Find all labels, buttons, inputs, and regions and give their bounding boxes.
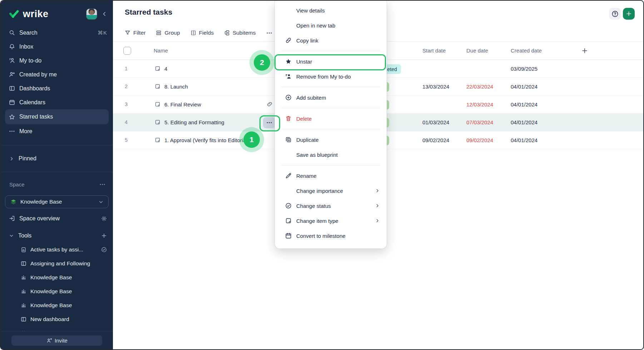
menu-item-view-details[interactable]: View details [275, 3, 387, 18]
task-name[interactable]: 6. Final Review [164, 101, 201, 108]
task-doc-icon [285, 217, 292, 224]
sidebar-pinned-section[interactable]: Pinned [1, 145, 113, 172]
group-button[interactable]: Group [155, 30, 180, 36]
question-icon [611, 10, 619, 18]
menu-item-add-subitem[interactable]: Add subitem [275, 90, 387, 105]
chevron-right-icon [9, 156, 15, 162]
sidebar-item-starred-tasks[interactable]: Starred tasks [5, 109, 109, 124]
menu-item-label: Duplicate [296, 137, 319, 143]
tool-item-knowledge-base-3[interactable]: Knowledge Base [1, 298, 113, 312]
toolbar-more-button[interactable] [266, 30, 273, 36]
created-date: 04/01/2024 [511, 101, 538, 108]
dashboard-icon [20, 316, 27, 322]
dots-icon [9, 128, 15, 135]
view-toolbar: Filter Group Fields Subitems [124, 28, 273, 38]
plus-icon [625, 10, 632, 17]
created-date: 03/09/2025 [511, 66, 538, 72]
task-name[interactable]: 8. Launch [164, 84, 188, 90]
menu-item-label: Remove from My to-do [296, 74, 351, 80]
sidebar-item-inbox[interactable]: Inbox [1, 40, 113, 54]
menu-item-label: Rename [296, 173, 317, 179]
space-selector[interactable]: Knowledge Base [5, 195, 109, 208]
tool-item-new-dashboard[interactable]: New dashboard [1, 312, 113, 326]
filter-button[interactable]: Filter [124, 30, 145, 36]
menu-item-convert-to-milestone[interactable]: Convert to milestone [275, 228, 387, 243]
menu-item-change-importance[interactable]: Change importance [275, 183, 387, 198]
sidebar-item-label: Inbox [19, 44, 33, 50]
menu-item-duplicate[interactable]: Duplicate [275, 132, 387, 147]
sidebar-item-created-by-me[interactable]: Created by me [1, 68, 113, 81]
menu-item-change-status[interactable]: Change status [275, 198, 387, 213]
sidebar-header: wrike [1, 6, 113, 21]
invite-person-plus-icon [46, 338, 52, 344]
fields-icon [190, 30, 197, 36]
add-column-plus-icon[interactable] [581, 47, 588, 54]
dashboard-icon [9, 85, 15, 92]
gear-icon[interactable] [101, 215, 107, 222]
menu-item-delete[interactable]: Delete [275, 111, 387, 126]
check-circle-icon[interactable] [101, 246, 107, 253]
filter-label: Filter [133, 30, 145, 36]
dots-icon [266, 119, 273, 126]
select-all-checkbox[interactable] [123, 47, 131, 55]
add-tool-plus-icon[interactable] [101, 232, 107, 239]
menu-item-change-item-type[interactable]: Change item type [275, 213, 387, 228]
menu-item-unstar[interactable]: Unstar [275, 54, 387, 69]
menu-item-remove-from-my-todo[interactable]: Remove from My to-do [275, 69, 387, 84]
chart-people-icon [20, 302, 27, 309]
menu-divider [281, 51, 380, 51]
column-header-start-date[interactable]: Start date [422, 48, 446, 54]
created-date: 04/01/2024 [511, 119, 538, 125]
menu-item-copy-link[interactable]: Copy link [275, 33, 387, 48]
menu-item-save-as-blueprint[interactable]: Save as blueprint [275, 147, 387, 162]
column-header-name[interactable]: Name [154, 48, 168, 54]
task-name[interactable]: 1. Approval (Verify fits into Editorial … [164, 137, 258, 143]
sidebar-nav: Search ⌘K Inbox My to-do Created by me D… [1, 26, 113, 138]
sidebar-item-space-overview[interactable]: Space overview [1, 211, 113, 225]
tool-item-label: Knowledge Base [30, 288, 72, 295]
create-new-button[interactable] [623, 8, 635, 20]
chart-people-icon [20, 288, 27, 295]
sidebar-item-more[interactable]: More [1, 124, 113, 138]
sidebar-item-search[interactable]: Search ⌘K [1, 26, 113, 40]
menu-item-label: Save as blueprint [296, 152, 338, 158]
fields-button[interactable]: Fields [190, 30, 214, 36]
tool-item-knowledge-base-2[interactable]: Knowledge Base [1, 284, 113, 298]
tool-item-active-tasks[interactable]: Active tasks by assi... [1, 242, 113, 256]
space-menu-dots-icon[interactable] [99, 181, 106, 188]
invite-button[interactable]: Invite [11, 335, 102, 346]
start-date: 13/03/2024 [422, 84, 449, 90]
column-header-due-date[interactable]: Due date [466, 48, 488, 54]
task-name[interactable]: 5. Editing and Formatting [164, 119, 224, 125]
calendar-icon [9, 99, 15, 106]
help-button[interactable] [609, 8, 621, 20]
collapse-sidebar-icon[interactable] [101, 10, 108, 18]
fields-label: Fields [199, 30, 214, 36]
menu-item-open-in-new-tab[interactable]: Open in new tab [275, 18, 387, 33]
menu-divider [281, 129, 380, 129]
menu-item-label: Copy link [296, 38, 318, 44]
tool-item-knowledge-base-1[interactable]: Knowledge Base [1, 270, 113, 284]
task-name[interactable]: 4 [164, 66, 167, 72]
sidebar-item-calendars[interactable]: Calendars [1, 95, 113, 109]
row-more-actions-button[interactable] [263, 117, 275, 128]
duplicate-icon [285, 136, 292, 143]
group-label: Group [164, 30, 180, 36]
avatar[interactable] [86, 9, 97, 20]
task-doc-icon [154, 65, 161, 72]
task-doc-icon [154, 137, 161, 143]
tools-label: Tools [18, 232, 31, 239]
menu-item-label: Open in new tab [296, 22, 335, 29]
task-doc-icon [154, 119, 161, 125]
column-header-created-date[interactable]: Created date [511, 48, 542, 54]
menu-item-rename[interactable]: Rename [275, 168, 387, 183]
sidebar-item-dashboards[interactable]: Dashboards [1, 81, 113, 95]
menu-item-label: Change item type [296, 218, 338, 224]
tool-item-assigning-following[interactable]: Assigning and Following [1, 256, 113, 270]
todo-person-icon [9, 57, 15, 64]
space-name: Knowledge Base [20, 199, 62, 205]
subitems-button[interactable]: Subitems [224, 30, 256, 36]
funnel-icon [124, 30, 131, 36]
sidebar-section-tools[interactable]: Tools [1, 229, 113, 242]
sidebar-item-my-todo[interactable]: My to-do [1, 54, 113, 68]
